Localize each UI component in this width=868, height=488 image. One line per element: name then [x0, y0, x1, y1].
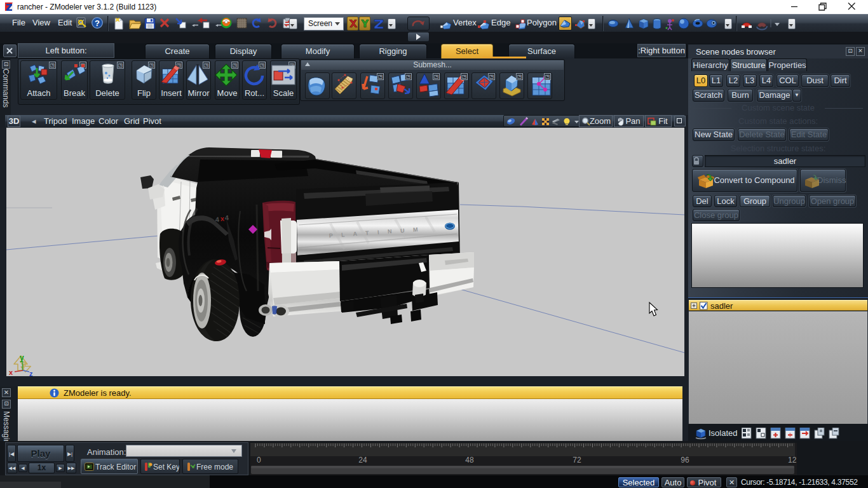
svg-text:12: 12: [788, 456, 797, 464]
svg-text:24: 24: [358, 456, 367, 464]
svg-text:x: x: [9, 369, 13, 376]
svg-text:72: 72: [573, 456, 581, 464]
svg-text:?: ?: [95, 18, 100, 28]
svg-text:48: 48: [465, 456, 474, 464]
svg-text:96: 96: [681, 456, 689, 464]
svg-text:y: y: [20, 353, 24, 362]
svg-text:z: z: [29, 370, 33, 376]
svg-text:0: 0: [257, 456, 261, 464]
